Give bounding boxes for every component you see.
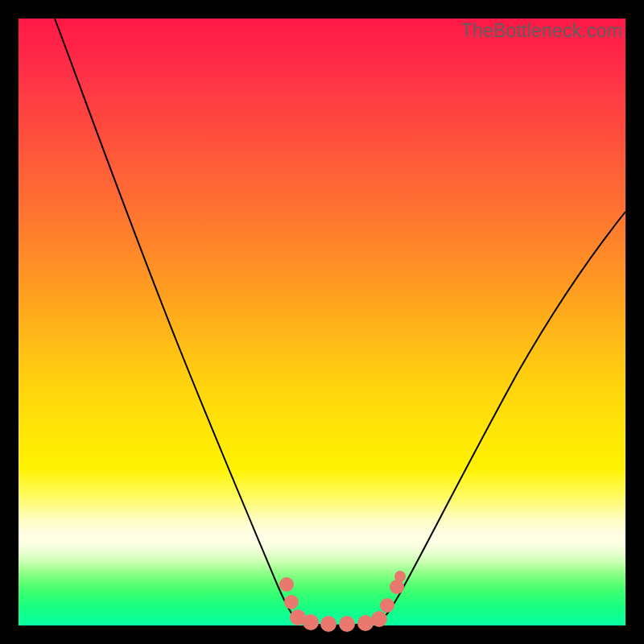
curve-overlay bbox=[19, 19, 625, 625]
marker-dot bbox=[390, 580, 404, 594]
outer-black-frame: TheBottleneck.com bbox=[0, 0, 644, 644]
marker-dot bbox=[303, 614, 319, 630]
marker-dot bbox=[371, 611, 387, 627]
marker-dot bbox=[284, 595, 299, 609]
marker-dot bbox=[279, 577, 294, 592]
marker-dot bbox=[339, 616, 355, 632]
marker-dot bbox=[380, 598, 394, 613]
bottleneck-curve bbox=[55, 19, 625, 625]
valley-marker-cluster bbox=[279, 571, 406, 632]
marker-dot bbox=[357, 615, 374, 631]
marker-dot bbox=[320, 616, 336, 632]
marker-dot bbox=[394, 571, 406, 582]
